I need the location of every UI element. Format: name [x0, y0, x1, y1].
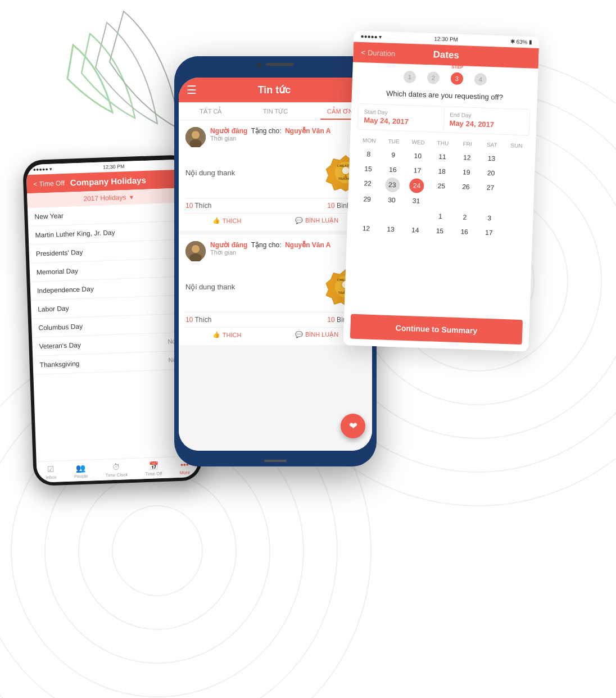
holiday-name: Columbus Day [38, 323, 83, 332]
feed-content: Người đăng Tặng cho: Nguyễn Văn A Thời g… [179, 120, 372, 451]
cal-cell[interactable]: 16 [381, 162, 406, 177]
end-date-box[interactable]: End Day May 24, 2017 [443, 107, 529, 135]
tab-all[interactable]: TẤT CẢ [179, 102, 243, 120]
cal-cell[interactable]: 10 [405, 149, 431, 164]
day-tue: TUE [381, 136, 406, 147]
nav-inbox-label: Inbox [46, 475, 57, 481]
avatar [185, 241, 206, 261]
cal-cell[interactable]: 11 [430, 149, 455, 164]
feed-stats: 10 Thích 10 Bình luận [185, 198, 365, 214]
cal-cell [403, 209, 428, 223]
left-back-button[interactable]: < Time Off [33, 179, 65, 188]
cal-cell[interactable]: 29 [355, 192, 380, 207]
feed-actions: 👍 THÍCH 💬 BÌNH LUẬN [185, 331, 365, 338]
cal-cell[interactable]: 12 [455, 151, 480, 165]
start-date-box[interactable]: Start Day May 24, 2017 [358, 104, 445, 132]
cal-cell-today[interactable]: 24 [409, 178, 424, 193]
like-button[interactable]: 👍 THÍCH [212, 217, 242, 224]
cal-cell[interactable]: 17 [477, 225, 502, 240]
cal-cell [504, 152, 529, 167]
nav-timeclock-label: Time Clock [106, 472, 128, 478]
hamburger-icon[interactable]: ☰ [187, 83, 197, 97]
cal-cell[interactable]: 22 [355, 176, 381, 192]
cal-cell[interactable]: 13 [378, 222, 404, 237]
cal-cell[interactable]: 27 [478, 180, 503, 196]
cal-cell[interactable]: 26 [454, 180, 479, 196]
start-date-value: May 24, 2017 [364, 116, 409, 126]
cal-cell[interactable]: 20 [478, 166, 504, 180]
feed-stats: 10 Thích 10 Bình luận [185, 312, 365, 328]
day-sun: SUN [504, 140, 529, 151]
cal-cell[interactable]: 31 [404, 194, 429, 209]
tab-bar: TẤT CẢ TIN TỨC CẢM ƠN [179, 102, 372, 120]
cal-cell-selected[interactable]: 23 [384, 178, 400, 193]
cal-cell[interactable]: 15 [427, 224, 452, 238]
cal-cell[interactable]: 9 [381, 148, 406, 162]
cal-cell [501, 226, 526, 241]
holiday-name: Martin Luther King, Jr. Day [35, 229, 115, 239]
comment-button[interactable]: 💬 BÌNH LUẬN [295, 331, 338, 338]
cal-cell[interactable]: 1 [428, 209, 453, 224]
like-button[interactable]: 👍 THÍCH [212, 331, 242, 338]
heart-icon: ❤ [349, 420, 357, 432]
like-count: 10 Thích [185, 202, 211, 210]
nav-more-label: More [180, 470, 191, 475]
cal-cell[interactable]: 15 [356, 162, 381, 176]
svg-point-29 [192, 245, 200, 253]
holiday-name: Thanksgiving [39, 360, 79, 369]
day-fri: FRI [455, 139, 480, 149]
speaker [266, 63, 294, 66]
cal-cell [502, 197, 527, 212]
left-header-title: Company Holidays [70, 175, 147, 188]
cal-cell[interactable]: 8 [356, 147, 382, 162]
cal-cell[interactable]: 30 [379, 193, 405, 207]
camera-icon [257, 63, 261, 67]
calendar-grid: MON TUE WED THU FRI SAT SUN 8 9 10 11 12… [345, 135, 536, 315]
year-label: 2017 Holidays [83, 193, 126, 203]
battery-icon: ✱ 63% ▮ [510, 38, 533, 45]
holiday-name: Veteran's Day [39, 341, 81, 351]
feed-user-name: Người đăng Tặng cho: Nguyễn Văn A [210, 127, 330, 135]
comment-icon: 💬 [295, 331, 303, 338]
cal-cell[interactable]: 18 [429, 164, 455, 179]
cal-cell[interactable]: 25 [429, 179, 454, 194]
like-count: 10 Thích [185, 316, 211, 324]
people-icon: 👥 [76, 464, 86, 473]
cal-cell[interactable]: 14 [403, 223, 428, 238]
cal-cell[interactable]: 2 [452, 210, 478, 225]
phones-wrapper: ●●●●● ▾ 12:30 PM ⚡ < Time Off Company Ho… [0, 0, 616, 698]
app-title: Tin tức [258, 84, 291, 96]
cal-cell [502, 182, 528, 197]
cal-cell[interactable]: 19 [454, 165, 479, 180]
holiday-name: New Year [34, 212, 64, 221]
continue-to-summary-button[interactable]: Continue to Summary [350, 314, 523, 345]
step-3: 3 [451, 72, 464, 85]
right-back-button[interactable]: < [361, 48, 365, 56]
timeoff-icon: 📅 [148, 461, 158, 470]
inbox-icon: ☑ [47, 465, 55, 474]
nav-inbox[interactable]: ☑ Inbox [45, 465, 57, 481]
cal-cell [453, 196, 478, 210]
cal-cell[interactable]: 13 [479, 151, 504, 166]
thumbs-up-icon: 👍 [212, 331, 220, 338]
app-header: ☰ Tin tức 🔔 2 [179, 78, 372, 102]
comment-button[interactable]: 💬 BÌNH LUẬN [295, 217, 338, 224]
nav-timeoff[interactable]: 📅 Time Off [145, 461, 162, 477]
holiday-name: Presidents' Day [36, 248, 83, 258]
cal-cell [503, 167, 528, 182]
tab-news[interactable]: TIN TỨC [243, 102, 308, 120]
fab-button[interactable]: ❤ [341, 414, 365, 438]
cal-cell[interactable]: 12 [354, 221, 379, 236]
cal-cell[interactable]: 17 [405, 164, 430, 178]
feed-content-text: Nội dung thank [185, 283, 235, 291]
end-date-value: May 24, 2017 [449, 119, 494, 129]
nav-people-label: People [74, 474, 88, 479]
cal-cell[interactable]: 3 [477, 211, 502, 225]
avatar [185, 127, 206, 147]
nav-timeclock[interactable]: ⏱ Time Clock [105, 462, 128, 478]
feed-user-name: Người đăng Tặng cho: Nguyễn Văn A [210, 241, 330, 249]
nav-people[interactable]: 👥 People [74, 464, 88, 479]
feed-card-1: Người đăng Tặng cho: Nguyễn Văn A Thời g… [179, 120, 372, 231]
step-1: 1 [404, 71, 416, 84]
cal-cell[interactable]: 16 [452, 225, 477, 239]
